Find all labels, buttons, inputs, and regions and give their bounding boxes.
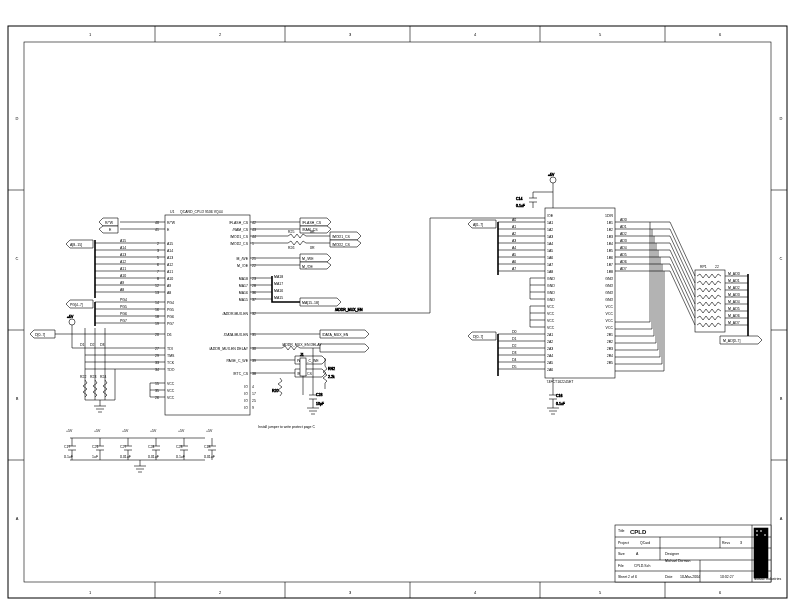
svg-text:/RTC_CS: /RTC_CS [233,372,249,376]
svg-text:74FCT162245ET: 74FCT162245ET [547,380,575,384]
svg-text:+5V: +5V [206,429,213,433]
svg-text:M_AD[0..7]: M_AD[0..7] [723,339,741,343]
u4: 74FCT162245ET /OE 1A11A2 1A31A4 1A51A6 1… [545,208,615,384]
svg-text:PG5: PG5 [120,305,127,309]
svg-text:MA18: MA18 [274,275,283,279]
svg-text:A5: A5 [512,253,516,257]
svg-text:MA15: MA15 [239,298,248,302]
svg-text:+5V: +5V [66,429,73,433]
svg-text:0.1uF: 0.1uF [64,455,73,459]
svg-text:AD5: AD5 [620,253,627,257]
svg-text:32: 32 [252,312,256,316]
svg-text:0.01uF: 0.01uF [148,455,159,459]
svg-text:7: 7 [157,270,159,274]
svg-text:/DATA_MUX_EN: /DATA_MUX_EN [322,333,349,337]
svg-text:AD2: AD2 [620,232,627,236]
svg-text:/MOD1_CS: /MOD1_CS [230,235,249,239]
svg-text:3: 3 [349,590,352,595]
svg-text:IO: IO [244,392,248,396]
svg-text:31: 31 [252,333,256,337]
svg-text:PG6: PG6 [167,315,174,319]
svg-text:IO: IO [244,385,248,389]
svg-text:D3: D3 [100,343,105,347]
svg-text:A: A [780,516,783,521]
svg-text:A15: A15 [167,242,173,246]
svg-text:1B6: 1B6 [607,256,613,260]
svg-text:MA16: MA16 [239,291,248,295]
svg-text:D3: D3 [512,351,517,355]
u1-cpld: U1 QCARD_CPLD 9536 VQ44 R/*W40 E41 A152 … [155,210,256,415]
svg-text:5: 5 [599,590,602,595]
svg-text:C24: C24 [148,445,154,449]
svg-rect-238 [300,358,306,376]
svg-text:2B2: 2B2 [607,340,613,344]
svg-text:36: 36 [252,291,256,295]
svg-text:38: 38 [252,372,256,376]
svg-text:GND: GND [547,284,555,288]
svg-text:2.2k: 2.2k [328,375,335,379]
svg-text:PAGE_C_WE: PAGE_C_WE [226,359,248,363]
svg-text:41: 41 [155,228,159,232]
svg-text:AD6: AD6 [620,260,627,264]
svg-text:Date: Date [665,575,672,579]
svg-text:VCC: VCC [167,389,175,393]
svg-text:4: 4 [474,590,477,595]
rp1: RP1 22 [695,265,725,332]
svg-text:20: 20 [155,333,159,337]
svg-text:GND: GND [547,298,555,302]
svg-text:25: 25 [252,399,256,403]
svg-text:TDO: TDO [167,368,175,372]
svg-text:A11: A11 [120,267,126,271]
svg-text:A[0..7]: A[0..7] [473,223,483,227]
svg-line-439 [670,236,695,290]
svg-text:R/*W: R/*W [105,221,114,225]
svg-text:Revs: Revs [722,541,730,545]
svg-text:QCARD_CPLD 9536 VQ44: QCARD_CPLD 9536 VQ44 [180,210,223,214]
svg-text:M_AD7: M_AD7 [728,321,740,325]
svg-text:R/*W: R/*W [167,221,176,225]
svg-text:VCC: VCC [547,312,555,316]
svg-text:RN2: RN2 [328,367,335,371]
svg-text:1B3: 1B3 [607,235,613,239]
svg-text:C: C [780,256,783,261]
svg-text:MA17: MA17 [239,284,248,288]
svg-text:RP1: RP1 [700,265,707,269]
svg-text:6: 6 [157,263,159,267]
svg-text:29: 29 [155,354,159,358]
svg-text:9: 9 [252,406,254,410]
svg-text:2: 2 [219,590,222,595]
svg-line-440 [670,243,695,297]
svg-text:C17: C17 [64,445,70,449]
svg-text:A6: A6 [512,260,516,264]
svg-text:M_AD2: M_AD2 [728,286,740,290]
svg-text:2: 2 [157,242,159,246]
svg-text:22: 22 [252,264,256,268]
svg-text:TCK: TCK [167,361,175,365]
svg-text:0.1uF: 0.1uF [556,402,565,406]
svg-line-444 [670,271,695,325]
svg-text:A12: A12 [120,260,126,264]
svg-text:M_AD0: M_AD0 [728,272,740,276]
svg-text:PG7: PG7 [120,319,127,323]
svg-text:R22: R22 [80,375,86,379]
svg-text:0.1uF: 0.1uF [176,455,185,459]
svg-text:D1: D1 [80,343,85,347]
svg-text:10pF: 10pF [316,402,324,406]
svg-text:A0: A0 [512,218,516,222]
svg-text:6: 6 [719,32,722,37]
svg-text:1B2: 1B2 [607,228,613,232]
svg-text:A14: A14 [120,246,126,250]
svg-text:0R: 0R [310,230,315,234]
svg-text:QCard: QCard [640,541,650,545]
svg-text:AD7: AD7 [620,267,627,271]
svg-text:13: 13 [155,291,159,295]
svg-text:IO: IO [244,399,248,403]
svg-text:C23: C23 [176,445,182,449]
svg-text:/RAM_CS: /RAM_CS [232,228,248,232]
svg-text:Title: Title [618,529,625,533]
svg-text:/ADDR_MUX.EN DELAY: /ADDR_MUX.EN DELAY [209,347,248,351]
svg-text:A[8..15]: A[8..15] [70,243,82,247]
svg-text:6: 6 [719,590,722,595]
svg-rect-489 [756,530,758,532]
svg-text:D5: D5 [512,365,517,369]
